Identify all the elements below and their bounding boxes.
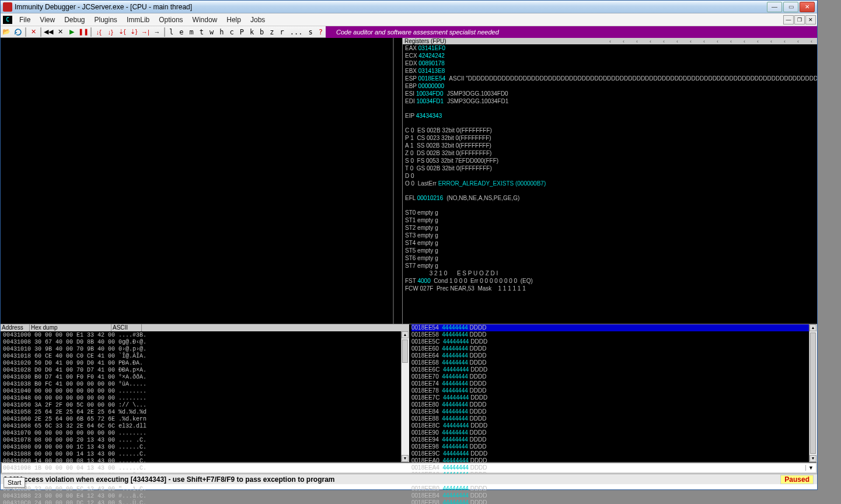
scroll-down-icon[interactable]: ▾	[402, 455, 409, 462]
step-into-icon[interactable]: ↓{	[93, 27, 104, 37]
toolbar-letter-l[interactable]: l	[166, 28, 176, 36]
menu-options[interactable]: Options	[154, 15, 187, 25]
open-icon[interactable]: 📂	[1, 27, 12, 37]
stack-pane[interactable]: 0018EE54 44444444 DDDD0018EE58 44444444 …	[409, 324, 817, 462]
scroll-down-icon[interactable]: ▾	[809, 455, 816, 462]
dump-col-hex[interactable]: Hex dump	[30, 324, 111, 331]
toolbar-letter-...[interactable]: ...	[287, 28, 306, 36]
workspace: ▴ ▾ Registers (FPU) ‹‹‹‹‹‹‹‹‹‹‹‹‹‹‹‹ EAX…	[1, 38, 817, 324]
bottom-panes: Address Hex dump ASCII 00431000 00 00 00…	[1, 324, 817, 462]
cpu-mode-icon[interactable]: C	[3, 16, 12, 24]
toolbar-letter-s[interactable]: s	[306, 28, 316, 36]
step-over-icon[interactable]: ↓}	[105, 27, 116, 37]
minimize-button[interactable]: —	[767, 2, 782, 12]
mdi-controls: — ❐ ✕	[783, 15, 816, 24]
stop-icon[interactable]: ✕	[55, 27, 65, 37]
toolbar-letter-?[interactable]: ?	[316, 28, 326, 36]
scroll-bottom[interactable]: ▾	[395, 317, 402, 324]
dump-scrollbar[interactable]: ▴ ▾	[401, 331, 409, 462]
rewind-icon[interactable]: ◀◀	[43, 27, 54, 37]
toolbar-letter-t[interactable]: t	[197, 28, 207, 36]
title-bar[interactable]: Immunity Debugger - JCServer.exe - [CPU …	[1, 1, 817, 13]
toolbar-letter-c[interactable]: c	[226, 28, 236, 36]
disassembly-pane[interactable]: ▴ ▾	[1, 38, 403, 324]
menu-file[interactable]: File	[15, 15, 35, 25]
window-title: Immunity Debugger - JCServer.exe - [CPU …	[15, 3, 767, 11]
menu-window[interactable]: Window	[188, 15, 222, 25]
scroll-top[interactable]: ▴	[395, 38, 402, 45]
run-icon[interactable]: ▶	[67, 27, 77, 37]
reload-icon[interactable]	[13, 27, 23, 37]
registers-header-label: Registers (FPU)	[404, 38, 446, 44]
registers-header[interactable]: Registers (FPU) ‹‹‹‹‹‹‹‹‹‹‹‹‹‹‹‹	[403, 38, 817, 44]
toolbar: 📂 ✕ ◀◀ ✕ ▶ ❚❚ ↓{ ↓} ⇣{ ⇣} →| → lemtwhcPk…	[1, 26, 817, 38]
close-target-icon[interactable]: ✕	[28, 27, 39, 37]
scroll-up-icon[interactable]: ▴	[809, 324, 816, 331]
dump-col-address[interactable]: Address	[1, 324, 30, 331]
stack-scrollbar[interactable]: ▴ ▾	[809, 324, 817, 462]
menu-jobs[interactable]: Jobs	[246, 15, 270, 25]
menu-plugins[interactable]: Plugins	[90, 15, 122, 25]
pause-icon[interactable]: ❚❚	[78, 27, 89, 37]
main-window: Immunity Debugger - JCServer.exe - [CPU …	[0, 0, 818, 490]
registers-pane[interactable]: Registers (FPU) ‹‹‹‹‹‹‹‹‹‹‹‹‹‹‹‹ EAX 031…	[403, 38, 817, 324]
registers-content[interactable]: EAX 03141EF0 ECX 42424242 EDX 00890178 E…	[403, 44, 817, 324]
maximize-button[interactable]: ▭	[783, 2, 798, 12]
execution-state: Paused	[780, 475, 814, 484]
status-message: Access violation when executing [4343434…	[19, 475, 334, 484]
scroll-up-icon[interactable]: ▴	[402, 331, 409, 338]
toolbar-letter-z[interactable]: z	[267, 28, 277, 36]
dump-header[interactable]: Address Hex dump ASCII	[1, 324, 409, 331]
status-bar: [​​​​​​:09] Access violation when execut…	[1, 474, 817, 484]
scroll-thumb[interactable]	[810, 332, 816, 454]
close-button[interactable]: ✕	[800, 2, 815, 12]
mdi-close[interactable]: ✕	[805, 15, 816, 24]
app-icon	[3, 2, 12, 12]
dump-pane[interactable]: Address Hex dump ASCII 00431000 00 00 00…	[1, 324, 409, 462]
register-arrows[interactable]: ‹‹‹‹‹‹‹‹‹‹‹‹‹‹‹‹	[609, 38, 817, 44]
menu-view[interactable]: View	[35, 15, 60, 25]
toolbar-letter-P[interactable]: P	[237, 28, 247, 36]
taskbar-start-tooltip: Start	[4, 477, 25, 488]
jobs-banner[interactable]: Code auditor and software assessment spe…	[326, 26, 817, 38]
toolbar-letter-w[interactable]: w	[207, 28, 217, 36]
toolbar-letter-k[interactable]: k	[247, 28, 257, 36]
menu-immlib[interactable]: ImmLib	[122, 15, 154, 25]
toolbar-letter-h[interactable]: h	[217, 28, 226, 36]
toolbar-letter-m[interactable]: m	[186, 28, 196, 36]
menu-debug[interactable]: Debug	[60, 15, 89, 25]
mdi-minimize[interactable]: —	[783, 15, 794, 24]
goto-icon[interactable]: →	[152, 27, 162, 37]
toolbar-letter-r[interactable]: r	[277, 28, 287, 36]
trace-over-icon[interactable]: ⇣}	[128, 27, 139, 37]
dump-col-ascii[interactable]: ASCII	[111, 324, 142, 331]
toolbar-letter-e[interactable]: e	[176, 28, 186, 36]
window-controls: — ▭ ✕	[767, 2, 815, 12]
scroll-thumb[interactable]	[402, 340, 408, 363]
trace-into-icon[interactable]: ⇣{	[117, 27, 127, 37]
menu-bar: C FileViewDebugPluginsImmLibOptionsWindo…	[1, 13, 817, 26]
toolbar-letter-b[interactable]: b	[257, 28, 267, 36]
mdi-restore[interactable]: ❐	[794, 15, 805, 24]
menu-help[interactable]: Help	[222, 15, 246, 25]
run-to-return-icon[interactable]: →|	[140, 27, 151, 37]
